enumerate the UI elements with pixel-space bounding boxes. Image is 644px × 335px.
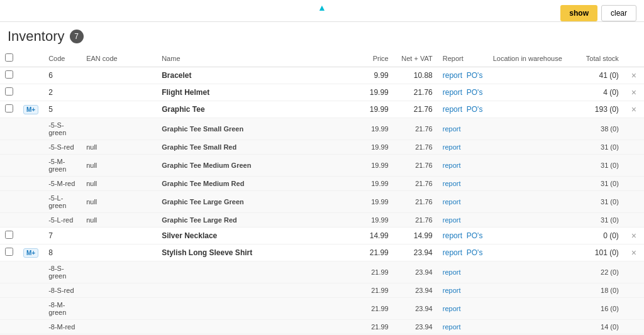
row-net-vat: 21.76	[394, 84, 438, 101]
sub-checkbox-cell	[0, 140, 18, 155]
clear-button[interactable]: clear	[601, 5, 636, 21]
sub-report-link[interactable]: report	[443, 198, 461, 206]
sub-ean	[81, 283, 157, 298]
sub-expand-cell	[18, 298, 43, 320]
table-row: -5-S-red null Graphic Tee Small Red 19.9…	[0, 140, 644, 155]
sub-expand-cell	[18, 118, 43, 140]
sub-total-stock: 31 (0)	[567, 155, 624, 177]
sub-location	[488, 177, 567, 191]
report-link[interactable]: report	[443, 248, 462, 257]
pos-link[interactable]: PO's	[467, 231, 483, 240]
row-checkbox[interactable]	[5, 104, 13, 113]
row-expand-cell	[18, 84, 43, 101]
report-link[interactable]: report	[443, 88, 462, 97]
show-button[interactable]: show	[560, 5, 597, 21]
row-checkbox[interactable]	[5, 70, 13, 79]
sub-price: 19.99	[356, 191, 394, 213]
row-checkbox[interactable]	[5, 87, 13, 96]
sub-report-link[interactable]: report	[443, 323, 461, 331]
table-row: 2 Flight Helmet 19.99 21.76 report PO's …	[0, 84, 644, 101]
sub-report-link[interactable]: report	[443, 268, 461, 276]
remove-button[interactable]: ×	[629, 248, 639, 258]
report-link[interactable]: report	[443, 105, 462, 114]
row-net-vat: 23.94	[394, 244, 438, 261]
table-row: -8-S-green 21.99 23.94 report 22 (0)	[0, 261, 644, 283]
remove-button[interactable]: ×	[629, 231, 639, 241]
sub-remove-cell	[624, 118, 644, 140]
sub-report: report	[438, 191, 488, 213]
sub-location	[488, 261, 567, 283]
sub-expand-cell	[18, 213, 43, 228]
report-link[interactable]: report	[443, 71, 462, 80]
row-location	[488, 101, 567, 118]
sub-report: report	[438, 320, 488, 334]
sub-total-stock: 14 (0)	[567, 320, 624, 334]
sub-report-link[interactable]: report	[443, 162, 461, 169]
row-price: 19.99	[356, 101, 394, 118]
sub-checkbox-cell	[0, 283, 18, 298]
row-checkbox[interactable]	[5, 248, 13, 256]
sub-report-link[interactable]: report	[443, 143, 461, 151]
expand-button[interactable]: M+	[23, 105, 38, 114]
pos-link[interactable]: PO's	[467, 71, 483, 80]
select-all-checkbox[interactable]	[5, 53, 13, 62]
sub-price: 21.99	[356, 261, 394, 283]
table-row: 7 Silver Necklace 14.99 14.99 report PO'…	[0, 228, 644, 244]
sub-checkbox-cell	[0, 191, 18, 213]
row-location	[488, 67, 567, 84]
row-total-stock: 41 (0)	[567, 67, 624, 84]
expand-button[interactable]: M+	[23, 248, 38, 258]
sub-price: 19.99	[356, 213, 394, 228]
sub-price: 19.99	[356, 140, 394, 155]
sub-price: 19.99	[356, 118, 394, 140]
sub-expand-cell	[18, 140, 43, 155]
sub-location	[488, 155, 567, 177]
sub-report-link[interactable]: report	[443, 287, 461, 294]
report-link[interactable]: report	[443, 231, 462, 240]
row-checkbox[interactable]	[5, 231, 13, 239]
row-name: Flight Helmet	[157, 84, 356, 101]
sub-location	[488, 213, 567, 228]
sub-location	[488, 191, 567, 213]
row-checkbox-cell	[0, 101, 18, 118]
sub-price: 21.99	[356, 320, 394, 334]
sub-code: -8-M-green	[43, 298, 81, 320]
sub-code: -5-M-green	[43, 155, 81, 177]
row-code: 7	[43, 228, 81, 244]
row-checkbox-cell	[0, 67, 18, 84]
sub-checkbox-cell	[0, 213, 18, 228]
row-ean	[81, 244, 157, 261]
row-expand-cell	[18, 228, 43, 244]
sub-remove-cell	[624, 140, 644, 155]
header-location: Location in warehouse	[488, 50, 567, 67]
remove-button[interactable]: ×	[629, 104, 639, 114]
sub-report-link[interactable]: report	[443, 305, 461, 312]
remove-button[interactable]: ×	[629, 87, 639, 97]
sub-net-vat: 21.76	[394, 118, 438, 140]
pos-link[interactable]: PO's	[467, 248, 483, 257]
row-report: report PO's	[438, 101, 488, 118]
header-net-vat: Net + VAT	[394, 50, 438, 67]
header-price: Price	[356, 50, 394, 67]
row-report: report PO's	[438, 67, 488, 84]
sub-name: Graphic Tee Medium Green	[157, 155, 356, 177]
sub-code: -5-L-red	[43, 213, 81, 228]
sub-report: report	[438, 298, 488, 320]
row-checkbox-cell	[0, 84, 18, 101]
row-price: 21.99	[356, 244, 394, 261]
sub-report-link[interactable]: report	[443, 125, 461, 133]
sub-total-stock: 22 (0)	[567, 261, 624, 283]
sub-code: -8-M-red	[43, 320, 81, 334]
sub-name	[157, 320, 356, 334]
row-remove-cell: ×	[624, 67, 644, 84]
pos-link[interactable]: PO's	[467, 88, 483, 97]
header-remove	[624, 50, 644, 67]
sub-location	[488, 118, 567, 140]
sub-report-link[interactable]: report	[443, 216, 461, 224]
sub-report-link[interactable]: report	[443, 180, 461, 187]
remove-button[interactable]: ×	[629, 70, 639, 80]
table-row: -5-L-green null Graphic Tee Large Green …	[0, 191, 644, 213]
pos-link[interactable]: PO's	[467, 105, 483, 114]
sub-ean	[81, 261, 157, 283]
collapse-arrow-icon[interactable]: ▲	[318, 3, 326, 13]
